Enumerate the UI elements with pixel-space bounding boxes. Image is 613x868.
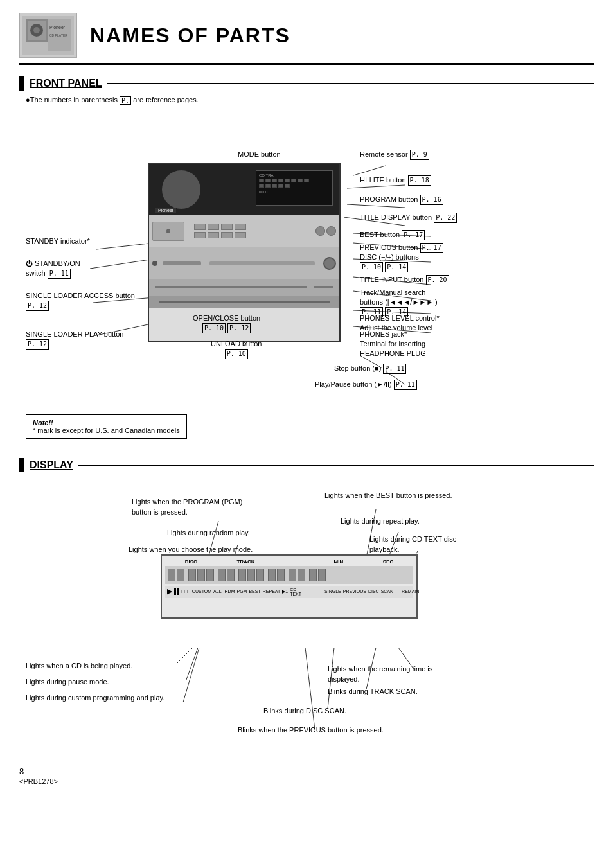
stop-button-label: Stop button (■) P. 11 — [334, 364, 406, 374]
title-input-label: TITLE INPUT button P. 20 — [360, 275, 449, 285]
min-label: MIN — [334, 559, 344, 565]
sec-label: SEC — [383, 559, 393, 565]
front-panel-section-header: FRONT PANEL — [19, 76, 594, 91]
svg-text:CD PLAYER: CD PLAYER — [49, 33, 67, 37]
best-button-label: BEST button P. 17 — [360, 230, 425, 240]
display-section-header: DISPLAY — [19, 458, 594, 472]
section-bar-display — [19, 458, 24, 472]
hilite-label: HI-LITE button P. 18 — [360, 175, 431, 186]
logo-image: Pioneer CD PLAYER — [19, 13, 77, 58]
title-display-label: TITLE DISPLAY button P. 22 — [360, 213, 457, 223]
front-panel-diagram: MODE button Remote sensor P. 9 Hood P. 1… — [19, 111, 594, 445]
pgm-lights-label: Lights when the PROGRAM (PGM) button is … — [132, 497, 260, 518]
svg-line-10 — [353, 166, 386, 175]
ref-note: ●The numbers in parenthesis P. are refer… — [26, 96, 594, 105]
repeat-lights-label: Lights during repeat play. — [341, 516, 420, 527]
unload-label: UNLOAD button P. 10 — [211, 339, 262, 359]
mode-button-label: MODE button — [238, 150, 281, 159]
disc-buttons-label: DISC (−/+) buttons P. 10 P. 14 — [360, 252, 419, 272]
disc-scan-label: Blinks during DISC SCAN. — [263, 705, 346, 716]
cd-text-lights-label: Lights during CD TEXT disc playback. — [369, 534, 479, 555]
section-bar — [19, 76, 24, 91]
cd-playing-label: Lights when a CD is being played. — [26, 660, 132, 671]
phones-jack-label: PHONES jack* Terminal for inserting HEAD… — [360, 330, 426, 359]
page-header: Pioneer CD PLAYER NAMES OF PARTS — [19, 13, 594, 65]
section-underline — [107, 83, 594, 84]
remote-sensor-label: Remote sensor P. 9 — [360, 150, 429, 160]
open-close-label: OPEN/CLOSE button P. 10 P. 12 — [193, 314, 260, 333]
program-button-label: PROGRAM button P. 16 — [360, 195, 443, 205]
pause-lights-label: Lights during pause mode. — [26, 677, 109, 687]
display-diagram: Lights when the PROGRAM (PGM) button is … — [19, 477, 594, 747]
page-code: <PRB1278> — [19, 777, 594, 785]
standby-indicator-label: STANDBY indicator* — [26, 236, 109, 246]
disc-label: DISC — [185, 559, 197, 565]
standby-on-label: ⏻ STANDBY/ONswitch P. 11 — [26, 259, 129, 279]
page-number: 8 — [19, 766, 594, 776]
svg-line-42 — [305, 648, 315, 730]
random-lights-label: Lights during random play. — [167, 527, 250, 538]
svg-line-38 — [183, 648, 199, 702]
lcd-display: DISC TRACK MIN SEC — [161, 554, 418, 619]
single-loader-play-label: SINGLE LOADER PLAY button P. 12 — [26, 330, 138, 350]
front-panel-title: FRONT PANEL — [30, 78, 102, 89]
page-footer: 8 <PRB1278> — [19, 754, 594, 785]
previous-blinks-label: Blinks when the PREVIOUS button is press… — [238, 725, 384, 736]
note-text: * mark is except for U.S. and Canadian m… — [33, 427, 180, 434]
play-pause-label: Play/Pause button (►/II) P. 11 — [315, 380, 417, 390]
display-section-title: DISPLAY — [30, 459, 73, 471]
track-scan-label: Blinks during TRACK SCAN. — [328, 686, 418, 697]
svg-line-37 — [186, 648, 198, 680]
custom-prog-label: Lights during custom programming and pla… — [26, 693, 164, 704]
single-loader-access-label: SINGLE LOADER ACCESS button P. 12 — [26, 291, 138, 311]
track-label: TRACK — [236, 559, 254, 565]
note-title: Note!! — [33, 419, 180, 427]
svg-text:Pioneer: Pioneer — [49, 25, 66, 30]
page-title: NAMES OF PARTS — [90, 24, 290, 48]
svg-line-36 — [177, 648, 193, 664]
play-mode-lights-label: Lights when you choose the play mode. — [129, 544, 253, 555]
remaining-time-label: Lights when the remaining time is displa… — [328, 664, 456, 685]
section-underline-display — [78, 465, 594, 466]
previous-button-label: PREVIOUS button P. 17 — [360, 243, 443, 253]
note-box: Note!! * mark is except for U.S. and Can… — [26, 414, 187, 439]
display-section: DISPLAY — [19, 458, 594, 747]
best-lights-label: Lights when the BEST button is pressed. — [324, 490, 452, 501]
svg-point-4 — [33, 27, 40, 33]
